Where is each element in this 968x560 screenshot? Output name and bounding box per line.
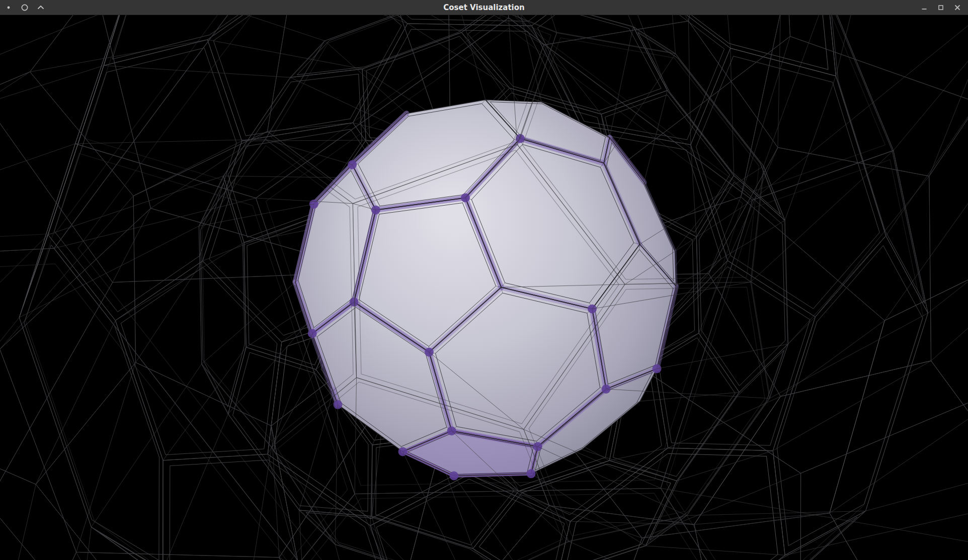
chevron-up-icon[interactable] [35,2,46,14]
dot-icon[interactable] [3,2,14,14]
titlebar[interactable]: Coset Visualization [0,0,968,15]
close-icon[interactable] [952,2,963,14]
maximize-icon[interactable] [935,2,946,14]
coset-3d-viewport[interactable] [0,15,968,560]
titlebar-left-icons [3,0,46,15]
titlebar-window-controls [919,0,963,15]
circle-icon[interactable] [19,2,30,14]
window-title: Coset Visualization [0,0,968,15]
app-window: Coset Visualization [0,0,968,560]
viewport-area [0,15,968,560]
minimize-icon[interactable] [919,2,930,14]
